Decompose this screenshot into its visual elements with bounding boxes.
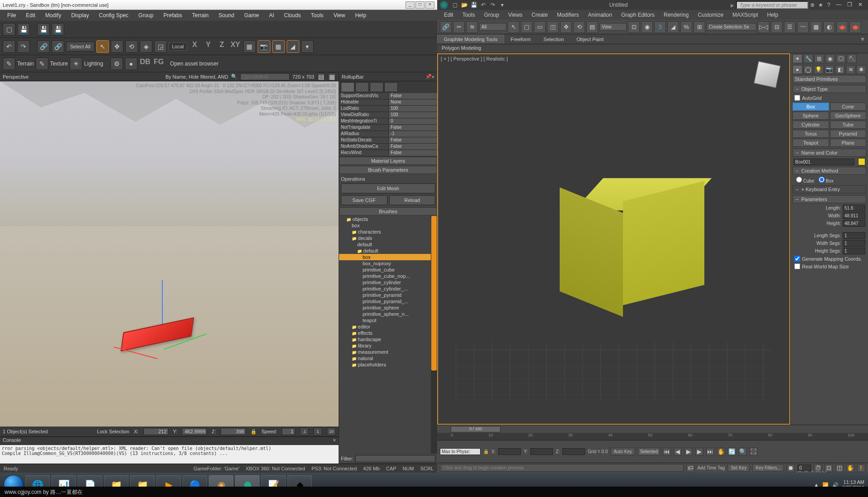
move-icon[interactable]: ✥ <box>560 21 572 33</box>
perspective-viewport[interactable]: CamPos=220.57 478.87 402.58 Angl=-21 0 1… <box>0 81 339 427</box>
gear-icon[interactable]: ⚙ <box>110 57 123 70</box>
grid-icon[interactable]: ▦ <box>272 40 285 53</box>
coordspace-dropdown[interactable]: Local <box>169 42 187 51</box>
prim-sphere[interactable]: Sphere <box>793 112 829 120</box>
vp-opt2-icon[interactable]: ▦ <box>328 73 336 81</box>
menu-group[interactable]: Group <box>134 11 158 20</box>
tree-effects[interactable]: effects <box>339 330 437 336</box>
helpers-subtab-icon[interactable]: ◧ <box>835 65 845 74</box>
texture-icon[interactable]: ✎ <box>36 57 48 70</box>
width-input[interactable] <box>843 212 865 219</box>
tree-item[interactable]: primitive_cube <box>339 267 437 273</box>
star-icon[interactable]: ★ <box>816 1 825 9</box>
dot-icon[interactable]: ● <box>125 57 137 70</box>
nav-pan2-icon[interactable]: ✋ <box>846 464 854 472</box>
menu-modifiers[interactable]: Modifiers <box>553 11 583 19</box>
menu-display[interactable]: Display <box>66 11 93 20</box>
menu-tools[interactable]: Tools <box>307 11 328 20</box>
bind-icon[interactable]: ≋ <box>466 21 478 33</box>
mirror-icon[interactable]: ▷◁ <box>758 21 769 33</box>
tree-default2[interactable]: default <box>339 248 437 254</box>
max-logo-icon[interactable] <box>440 1 448 9</box>
tree-item[interactable]: teapot <box>339 317 437 324</box>
select-name-icon[interactable]: ▢ <box>521 21 533 33</box>
keyboard-entry-rollout[interactable]: + Keyboard Entry <box>793 185 866 193</box>
object-type-rollout[interactable]: Object Type <box>793 85 866 93</box>
nav-walk-icon[interactable]: 🚶 <box>857 464 865 472</box>
setkey-button[interactable]: Set Key <box>727 464 750 472</box>
unlink-icon[interactable]: ✂ <box>453 21 465 33</box>
fg-button[interactable]: FG <box>153 58 165 70</box>
maxscript-listener[interactable] <box>440 448 481 455</box>
graphite-tab-selection[interactable]: Selection <box>537 35 570 43</box>
lights-subtab-icon[interactable]: 💡 <box>814 65 824 74</box>
hierarchy-tab-icon[interactable]: ⊞ <box>814 54 824 63</box>
transform-z[interactable] <box>562 448 585 455</box>
axis-x[interactable]: X <box>189 41 201 52</box>
undo-icon[interactable]: ↶ <box>3 40 15 53</box>
open-asset-browser[interactable]: Open asset browser <box>166 61 222 67</box>
prim-box[interactable]: Box <box>793 103 829 111</box>
sun-icon[interactable]: ☀ <box>70 57 82 70</box>
prim-pyramid[interactable]: Pyramid <box>830 130 867 138</box>
key-mode-icon[interactable]: ⏺ <box>787 464 795 472</box>
speed-10[interactable]: 10 <box>327 427 336 436</box>
title-bar[interactable]: Level1.cry - Sandbox (tm) [non-commercia… <box>0 0 437 10</box>
minimize-button[interactable]: _ <box>406 1 415 9</box>
tree-placeholders[interactable]: placeholders <box>339 361 437 368</box>
time-slider-handle[interactable]: 0 / 100 <box>451 426 500 432</box>
prim-plane[interactable]: Plane <box>830 139 867 147</box>
material-editor-icon[interactable]: ◐ <box>823 21 835 33</box>
layers-icon[interactable]: ☰ <box>784 21 796 33</box>
menu-tools[interactable]: Tools <box>458 11 479 19</box>
edit-mesh-button[interactable]: Edit Mesh <box>341 183 435 193</box>
console-output[interactable]: rror parsing <objects/default/helper.mtl… <box>0 445 339 464</box>
reload-button[interactable]: Reload <box>389 195 436 205</box>
prim-geosphere[interactable]: GeoSphere <box>830 112 867 120</box>
prim-teapot[interactable]: Teapot <box>793 139 829 147</box>
realworld-checkbox[interactable] <box>794 263 800 269</box>
rollup-tab-3[interactable] <box>370 82 383 92</box>
save3-icon[interactable]: 💾 <box>52 23 64 36</box>
nav-orbit-icon[interactable]: 🔄 <box>728 448 736 456</box>
viewport-type[interactable]: Perspective <box>3 74 28 80</box>
scale-icon[interactable]: ▤ <box>586 21 598 33</box>
play-icon[interactable]: ▶ <box>684 448 693 456</box>
quick-save-icon[interactable]: 💾 <box>470 1 478 9</box>
save-icon[interactable]: 💾 <box>17 23 30 36</box>
viewport-search-input[interactable] <box>240 73 290 80</box>
menu-help[interactable]: Help <box>763 11 783 19</box>
render-icon[interactable]: 🫖 <box>849 21 861 33</box>
axis-y[interactable]: Y <box>203 41 214 52</box>
nav-zoom-icon[interactable]: 🔍 <box>739 448 747 456</box>
speed-01[interactable]: .1 <box>300 427 309 436</box>
tree-item[interactable]: primitive_cube_nop... <box>339 273 437 279</box>
db-button[interactable]: DB <box>139 58 151 70</box>
menu-game[interactable]: Game <box>240 11 264 20</box>
next-frame-icon[interactable]: ▶ <box>695 448 703 456</box>
tree-item[interactable]: primitive_sphere_n... <box>339 311 437 317</box>
creation-method-rollout[interactable]: Creation Method <box>793 167 866 175</box>
speed-1[interactable]: 1 <box>313 427 322 436</box>
scale-tool-icon[interactable]: ◈ <box>140 40 152 53</box>
polygon-modeling-tab[interactable]: Polygon Modeling <box>442 45 481 51</box>
nav-pan-icon[interactable]: ✋ <box>717 448 725 456</box>
max-close[interactable]: ✕ <box>855 1 865 9</box>
nav-maximize-icon[interactable]: ⛶ <box>750 448 758 456</box>
tree-item[interactable]: primitive_cylinder_... <box>339 286 437 292</box>
console-close-icon[interactable]: × <box>333 437 336 445</box>
tree-item[interactable]: box_noproxy <box>339 260 437 267</box>
axis-xy[interactable]: XY <box>230 41 241 52</box>
widthsegs-input[interactable] <box>843 240 865 247</box>
box-radio[interactable]: Box <box>819 177 834 183</box>
nav-fov-icon[interactable]: ◫ <box>835 464 844 472</box>
menu-prefabs[interactable]: Prefabs <box>159 11 186 20</box>
tree-item[interactable]: primitive_pyramid <box>339 292 437 298</box>
save-cgf-button[interactable]: Save CGF <box>341 195 387 205</box>
maximize-button[interactable]: □ <box>415 1 425 9</box>
tree-hardscape[interactable]: hardscape <box>339 336 437 342</box>
tree-item[interactable]: primitive_pyramid_... <box>339 298 437 305</box>
select-icon[interactable]: ↖ <box>508 21 519 33</box>
modify-tab-icon[interactable]: 🔧 <box>803 54 813 63</box>
gizmo-x-axis[interactable] <box>113 347 157 359</box>
